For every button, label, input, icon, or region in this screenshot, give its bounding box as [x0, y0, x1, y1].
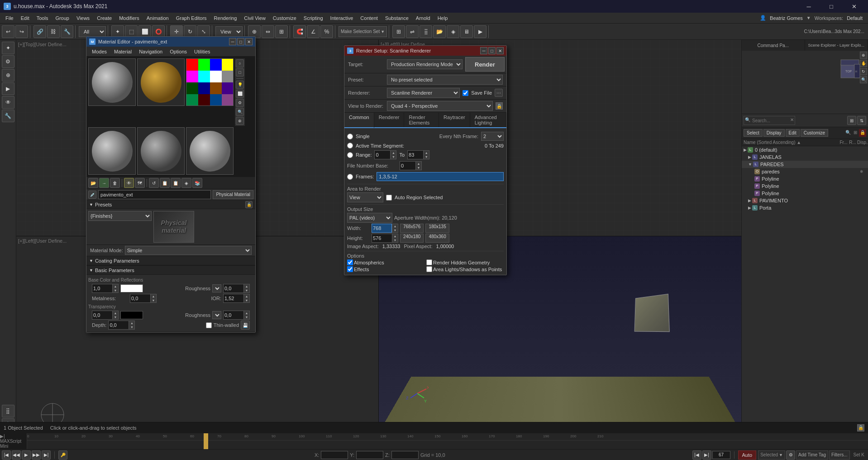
show-map-btn[interactable]: 🗺: [135, 178, 145, 188]
go-to-start-btn[interactable]: |◀: [2, 450, 11, 460]
height-down[interactable]: ▼: [392, 238, 398, 242]
thin-walled-checkbox[interactable]: [206, 322, 212, 328]
render-hidden-checkbox[interactable]: [426, 259, 432, 265]
mat-minimize-btn[interactable]: ─: [229, 38, 236, 45]
menu-create[interactable]: Create: [93, 14, 115, 22]
render-setup-minimize-btn[interactable]: ─: [480, 47, 487, 54]
presets-lock-icon[interactable]: 🔒: [245, 201, 253, 208]
height-up[interactable]: ▲: [392, 234, 398, 238]
mat-navigation-menu[interactable]: Navigation: [135, 48, 166, 55]
scene-item-janelas[interactable]: ▶ L JANELAS: [742, 153, 868, 161]
go-to-end-btn[interactable]: ▶|: [42, 450, 51, 460]
bind-button[interactable]: 🔧: [61, 25, 73, 38]
mat-options-btn[interactable]: ⚙: [236, 99, 244, 107]
menu-rendering[interactable]: Rendering: [210, 14, 241, 22]
show-in-viewport-btn[interactable]: 👁: [124, 178, 134, 188]
mat-magnify-btn[interactable]: 🔍: [236, 108, 244, 116]
thin-walled-info-btn[interactable]: 💾: [241, 321, 250, 330]
roughness-spinbox-1[interactable]: ▲ ▼: [223, 284, 250, 293]
play-btn[interactable]: ▶: [22, 450, 31, 460]
percent-snap[interactable]: %: [320, 25, 333, 38]
width-up[interactable]: ▲: [392, 224, 398, 228]
select-btn[interactable]: Select: [744, 129, 763, 137]
clear-search-icon[interactable]: ✕: [790, 117, 794, 124]
single-radio[interactable]: [347, 134, 353, 139]
link-button[interactable]: 🔗: [33, 25, 46, 38]
mat-options-menu[interactable]: Options: [166, 48, 191, 55]
y-input[interactable]: [356, 451, 383, 459]
depth-down[interactable]: ▼: [129, 325, 134, 329]
base-color-up-arrow[interactable]: ▲: [113, 284, 118, 288]
mat-backlight-btn[interactable]: 💡: [236, 81, 244, 89]
command-panel-tab[interactable]: Command Pa...: [742, 40, 805, 51]
effects-checkbox[interactable]: [347, 266, 353, 272]
mat-modes-menu[interactable]: Modes: [88, 48, 110, 55]
render-setup-btn[interactable]: 🖥: [460, 25, 473, 38]
view-to-render-dropdown[interactable]: Quad 4 - Perspective: [387, 101, 493, 111]
raytracer-tab[interactable]: Raytracer: [439, 113, 470, 127]
align-button[interactable]: ⊞: [275, 25, 288, 38]
depth-spinbox[interactable]: ▲ ▼: [108, 321, 135, 330]
common-tab[interactable]: Common: [344, 113, 374, 128]
area-dropdown[interactable]: View: [347, 192, 383, 202]
display-btn[interactable]: Display: [763, 129, 785, 137]
roughness-up-2[interactable]: ▲: [244, 311, 249, 315]
search-scene-icon[interactable]: 🔍: [844, 129, 852, 137]
create-panel-icon[interactable]: ✦: [2, 42, 14, 54]
open-dialog[interactable]: 📂: [433, 25, 446, 38]
target-dropdown[interactable]: Production Rendering Mode: [387, 59, 463, 69]
range-from-down[interactable]: ▼: [391, 155, 396, 159]
advanced-lighting-tab[interactable]: Advanced Lighting: [470, 113, 506, 127]
height-spinbox[interactable]: ▲ ▼: [372, 234, 398, 243]
rotate-view-icon[interactable]: ↻: [860, 68, 867, 75]
mat-sphere-preview-btn[interactable]: ○: [236, 59, 244, 67]
unlink-button[interactable]: ⛓: [47, 25, 60, 38]
put-to-lib-btn[interactable]: 📚: [192, 178, 202, 188]
modify-panel-icon[interactable]: ⚙: [2, 55, 14, 68]
renderer-dropdown[interactable]: Scanline Renderer: [387, 88, 460, 98]
material-name-input[interactable]: [98, 190, 211, 199]
depth-up[interactable]: ▲: [129, 321, 134, 325]
search-input[interactable]: [752, 117, 788, 124]
menu-tools[interactable]: Tools: [33, 14, 52, 22]
trans-down[interactable]: ▼: [113, 315, 118, 319]
scene-item-polyline-1[interactable]: P Polyline: [742, 175, 868, 182]
render-setup-maximize-btn[interactable]: □: [488, 47, 496, 54]
next-key-btn[interactable]: ▶|: [702, 450, 711, 460]
menu-group[interactable]: Group: [52, 14, 73, 22]
ior-spinbox[interactable]: ▲ ▼: [223, 294, 250, 303]
menu-scripting[interactable]: Scripting: [300, 14, 327, 22]
menu-civil-view[interactable]: Civil View: [240, 14, 269, 22]
put-to-scene-btn[interactable]: →: [99, 178, 109, 188]
menu-help[interactable]: Help: [434, 14, 452, 22]
size-768x576-btn[interactable]: 768x576: [400, 224, 424, 233]
motion-panel-icon[interactable]: ▶: [2, 82, 14, 95]
width-down[interactable]: ▼: [392, 228, 398, 232]
copy-mat-btn[interactable]: 📋: [160, 178, 170, 188]
x-input[interactable]: [321, 451, 348, 459]
menu-content[interactable]: Content: [357, 14, 382, 22]
angle-snap[interactable]: ∠: [307, 25, 320, 38]
preset-dropdown[interactable]: No preset selected: [387, 75, 503, 85]
sort-icon[interactable]: ⇅: [857, 116, 866, 125]
delete-mat-btn[interactable]: 🗑: [110, 178, 120, 188]
file-number-spinbox[interactable]: ▲ ▼: [400, 161, 422, 170]
mat-preview-4[interactable]: [88, 127, 136, 175]
metalness-up[interactable]: ▲: [151, 294, 156, 298]
roughness-spinbox-2[interactable]: ▲ ▼: [223, 311, 250, 320]
prev-frame-btn[interactable]: ◀◀: [12, 450, 21, 460]
range-to-down[interactable]: ▼: [424, 155, 429, 159]
base-color-down-arrow[interactable]: ▼: [113, 288, 118, 292]
mat-material-menu[interactable]: Material: [110, 48, 135, 55]
mat-close-btn[interactable]: ✕: [245, 38, 253, 45]
roughness-dropdown-1[interactable]: ▼: [212, 284, 221, 292]
redo-button[interactable]: ↪: [15, 25, 28, 38]
range-from-up[interactable]: ▲: [391, 151, 396, 155]
size-480x360-btn[interactable]: 480x360: [425, 234, 449, 243]
render-setup-close-btn[interactable]: ✕: [496, 47, 504, 54]
active-time-radio[interactable]: [347, 143, 353, 149]
display-panel-icon[interactable]: 👁: [2, 96, 14, 109]
lock-selection-icon[interactable]: 🔒: [857, 424, 864, 431]
menu-animation[interactable]: Animation: [143, 14, 172, 22]
trans-color-swatch[interactable]: [120, 311, 143, 319]
